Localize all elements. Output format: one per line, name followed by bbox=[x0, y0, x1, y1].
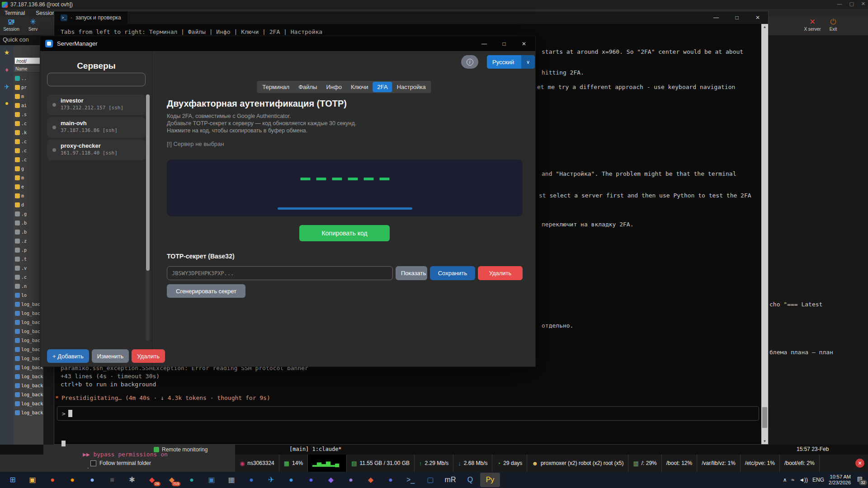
terminal-close-button[interactable]: ✕ bbox=[747, 11, 768, 24]
scroll-down-icon[interactable]: ▼ bbox=[761, 439, 768, 443]
taskbar-app-icon[interactable]: ▣ bbox=[23, 473, 42, 487]
file-row[interactable]: .c bbox=[14, 137, 43, 146]
file-row[interactable]: log_backu bbox=[14, 327, 43, 336]
taskbar-app-icon[interactable]: ⊞ bbox=[3, 473, 23, 487]
add-server-button[interactable]: + Добавить bbox=[47, 349, 89, 363]
taskbar-app-icon[interactable]: ● bbox=[42, 473, 62, 487]
sidebar-icon[interactable]: ● bbox=[0, 99, 14, 107]
file-row[interactable]: log_backu bbox=[14, 381, 43, 390]
tab-files[interactable]: Файлы bbox=[294, 82, 321, 92]
taskbar-app-icon[interactable]: >_ bbox=[401, 473, 420, 487]
notification-center-icon[interactable]: ▤ 32 bbox=[855, 475, 864, 484]
statusbar-close-icon[interactable]: ✕ bbox=[855, 459, 864, 468]
file-row[interactable]: log_backu bbox=[14, 318, 43, 327]
file-row[interactable]: g bbox=[14, 164, 43, 173]
file-row[interactable]: m bbox=[14, 191, 43, 200]
language-select[interactable]: Русский ∨ bbox=[487, 55, 535, 69]
terminal-scrollbar[interactable]: ▲ ▼ bbox=[761, 24, 768, 444]
file-row[interactable]: m bbox=[14, 92, 43, 101]
taskbar-app-icon[interactable]: ◆ 26 bbox=[142, 473, 162, 487]
file-row[interactable]: log_backu bbox=[14, 399, 43, 408]
taskbar-app-icon[interactable]: ▣ bbox=[202, 473, 222, 487]
scroll-up-icon[interactable]: ▲ bbox=[761, 25, 768, 29]
taskbar-app-icon[interactable]: ▢ bbox=[420, 473, 440, 487]
file-row[interactable]: .c bbox=[14, 155, 43, 164]
volume-icon[interactable]: ◄)) bbox=[799, 477, 808, 483]
info-button[interactable]: i bbox=[461, 55, 478, 69]
taskbar-app-icon[interactable]: ● bbox=[381, 473, 401, 487]
moba-close-button[interactable]: ✕ bbox=[861, 1, 865, 7]
file-row[interactable]: .b bbox=[14, 227, 43, 236]
taskbar-app-icon[interactable]: ● bbox=[341, 473, 361, 487]
tab-settings[interactable]: Настройка bbox=[392, 82, 430, 92]
servermanager-titlebar[interactable]: ServerManager — □ ✕ bbox=[40, 36, 535, 51]
terminal-minimize-button[interactable]: — bbox=[706, 11, 726, 24]
taskbar-app-icon[interactable]: ● bbox=[301, 473, 321, 487]
file-row[interactable]: log_backu bbox=[14, 354, 43, 363]
file-row[interactable]: .v bbox=[14, 263, 43, 272]
server-list-item[interactable]: main-ovh 37.187.136.86 [ssh] bbox=[47, 117, 146, 138]
tab-terminal[interactable]: Терминал bbox=[258, 82, 294, 92]
file-row[interactable]: .g bbox=[14, 209, 43, 218]
session-button[interactable]: 🖳 Session bbox=[0, 18, 23, 32]
file-row[interactable]: .c bbox=[14, 119, 43, 128]
file-row[interactable]: .n bbox=[14, 282, 43, 291]
file-row[interactable]: .t bbox=[14, 254, 43, 263]
sm-close-button[interactable]: ✕ bbox=[517, 36, 531, 51]
taskbar-app-icon[interactable]: ■ bbox=[102, 473, 122, 487]
file-row[interactable]: log_backu bbox=[14, 345, 43, 354]
file-row[interactable]: lo bbox=[14, 291, 43, 300]
language-indicator[interactable]: ENG bbox=[812, 477, 824, 483]
file-row[interactable]: .k bbox=[14, 128, 43, 137]
file-row[interactable]: log_backu bbox=[14, 300, 43, 309]
taskbar-app-icon[interactable]: ● bbox=[281, 473, 301, 487]
taskbar-app-icon[interactable]: Py bbox=[480, 473, 500, 487]
tab-keys[interactable]: Ключи bbox=[346, 82, 373, 92]
edit-server-button[interactable]: Изменить bbox=[92, 349, 129, 363]
x-server-button[interactable]: ✕ X server bbox=[801, 18, 824, 32]
file-row[interactable]: ai bbox=[14, 101, 43, 110]
tab-info[interactable]: Инфо bbox=[321, 82, 346, 92]
file-row[interactable]: log_backu bbox=[14, 390, 43, 399]
server-list-scrollbar[interactable] bbox=[146, 94, 150, 341]
file-row[interactable]: .p bbox=[14, 245, 43, 254]
file-row[interactable]: .b bbox=[14, 218, 43, 227]
show-secret-button[interactable]: Показать bbox=[396, 266, 427, 280]
taskbar-app-icon[interactable]: ● bbox=[241, 473, 261, 487]
file-row[interactable]: log_backu bbox=[14, 309, 43, 318]
delete-secret-button[interactable]: Удалить bbox=[478, 266, 523, 280]
file-row[interactable]: d bbox=[14, 200, 43, 209]
sidebar-icon[interactable]: ★ bbox=[0, 49, 14, 56]
exit-button[interactable]: ⏻ Exit bbox=[822, 18, 844, 32]
taskbar-app-icon[interactable]: ● bbox=[62, 473, 82, 487]
taskbar-app-icon[interactable]: mR bbox=[440, 473, 460, 487]
file-row[interactable]: .. bbox=[14, 74, 43, 83]
claude-input-box[interactable]: > bbox=[57, 406, 759, 421]
tray-chevron-icon[interactable]: ∧ bbox=[783, 477, 787, 483]
menu-terminal[interactable]: Terminal bbox=[5, 10, 25, 16]
file-row[interactable]: .c bbox=[14, 146, 43, 155]
sidebar-icon[interactable]: ✈ bbox=[0, 83, 14, 90]
file-row[interactable]: m bbox=[14, 173, 43, 182]
taskbar-app-icon[interactable]: ✱ bbox=[122, 473, 142, 487]
file-row[interactable]: log_backu bbox=[14, 363, 43, 372]
file-path-input[interactable]: /root/ bbox=[14, 57, 42, 64]
file-row[interactable]: log_back bbox=[14, 408, 43, 417]
file-row[interactable]: log_backu bbox=[14, 336, 43, 345]
totp-code-panel[interactable] bbox=[167, 160, 523, 216]
terminal-tab[interactable]: >_ · запуск и проверка bbox=[54, 11, 127, 24]
server-list-scrollbar-thumb[interactable] bbox=[146, 94, 150, 271]
file-row[interactable]: .s bbox=[14, 110, 43, 119]
moba-minimize-button[interactable]: — bbox=[837, 1, 842, 7]
taskbar-app-icon[interactable]: ● bbox=[182, 473, 202, 487]
servers-button[interactable]: ✳ Serv bbox=[22, 18, 44, 32]
save-secret-button[interactable]: Сохранить bbox=[430, 266, 475, 280]
quick-connect-label[interactable]: Quick con bbox=[3, 36, 29, 43]
file-row[interactable]: e bbox=[14, 182, 43, 191]
server-search-input[interactable] bbox=[47, 73, 146, 86]
server-list-item[interactable]: investor 173.212.212.157 [ssh] bbox=[47, 94, 146, 115]
file-row[interactable]: pr bbox=[14, 83, 43, 92]
wifi-icon[interactable]: ≈ bbox=[792, 477, 795, 483]
server-list-item[interactable]: proxy-checker 161.97.118.40 [ssh] bbox=[47, 140, 146, 160]
moba-maximize-button[interactable]: ▢ bbox=[849, 1, 854, 7]
